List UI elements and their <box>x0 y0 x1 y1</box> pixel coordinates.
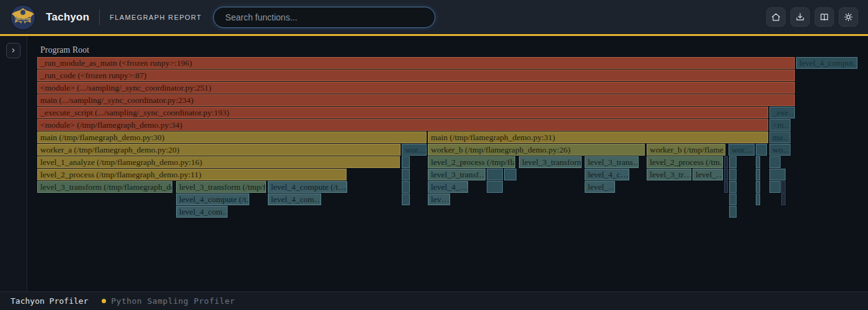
flame-block[interactable] <box>769 181 781 193</box>
flame-block[interactable]: ma… <box>769 131 790 143</box>
flame-block[interactable]: wor… <box>402 144 427 156</box>
flame-block[interactable]: <module> (/tmp/flamegraph_demo.py:34) <box>37 119 768 131</box>
flame-block[interactable] <box>402 169 410 180</box>
flame-block[interactable]: level_2_process (/tmp/fla… <box>428 156 515 168</box>
flame-block[interactable] <box>756 181 760 193</box>
flame-block[interactable] <box>487 169 503 180</box>
flame-block[interactable]: worker_a (/tmp/flamegraph_demo.py:20) <box>37 144 401 156</box>
flame-block[interactable] <box>756 169 760 180</box>
flame-block[interactable]: worker_b (/tmp/flame… <box>647 144 725 156</box>
flame-block[interactable]: level_2_process (/tm… <box>647 156 723 168</box>
flame-block[interactable] <box>729 206 737 218</box>
flame-block[interactable]: level_4_compute (/t… <box>268 181 347 193</box>
flame-block[interactable]: lev… <box>428 193 450 205</box>
flame-block[interactable] <box>402 193 410 205</box>
flame-block[interactable] <box>781 181 786 193</box>
flame-block[interactable]: level_4_c… <box>585 169 629 180</box>
flame-block[interactable]: <module> (.../sampling/_sync_coordinator… <box>37 82 795 94</box>
header-divider <box>99 9 100 25</box>
status-dot-icon <box>102 299 106 303</box>
flame-block[interactable]: wo… <box>769 144 790 156</box>
flame-block[interactable] <box>487 181 503 193</box>
flame-block[interactable]: level_4_compute (/t… <box>176 193 249 205</box>
flame-root-label: Program Root <box>40 45 89 55</box>
brightness-icon <box>843 12 854 22</box>
flame-block[interactable]: level_4_… <box>428 181 468 193</box>
status-description: Python Sampling Profiler <box>111 296 235 306</box>
flame-block[interactable] <box>756 193 760 205</box>
flame-block[interactable]: level_4_com… <box>176 206 228 218</box>
flame-block[interactable]: _execute_script (.../sampling/_sync_coor… <box>37 107 768 118</box>
flame-block[interactable]: level_4_com… <box>268 193 321 205</box>
flame-block[interactable] <box>402 181 410 193</box>
flame-block[interactable]: level_4_comput… <box>796 57 857 69</box>
flame-block[interactable]: level_2_process (/tmp/flamegraph_demo.py… <box>37 169 347 180</box>
home-icon <box>771 12 781 22</box>
app-header: Tachyon Tachyon FLAMEGRAPH REPORT <box>0 0 868 36</box>
flame-block[interactable]: level_3_trans… <box>585 156 639 168</box>
flame-block[interactable]: level_3_transform (/tmp/fl… <box>176 181 266 193</box>
flame-block[interactable]: main (/tmp/flamegraph_demo.py:31) <box>428 131 768 143</box>
flame-block[interactable]: level_3_transform… <box>519 156 582 168</box>
flame-block[interactable] <box>756 144 767 156</box>
report-type-label: FLAMEGRAPH REPORT <box>110 14 202 21</box>
flame-block[interactable]: level_3_tr… <box>647 169 691 180</box>
flame-block[interactable]: level_3_transf… <box>428 169 485 180</box>
flamegraph-canvas[interactable]: Program Root _run_module_as_main (<froze… <box>27 36 868 291</box>
home-button[interactable] <box>766 7 786 27</box>
theme-toggle-button[interactable] <box>839 7 858 27</box>
flame-block[interactable]: main (.../sampling/_sync_coordinator.py:… <box>37 94 795 106</box>
app-logo-icon: Tachyon <box>10 4 36 30</box>
flame-block[interactable]: level_3_transform (/tmp/flamegraph_dem… <box>37 181 172 193</box>
flame-block[interactable]: wor… <box>728 144 755 156</box>
flame-block[interactable] <box>756 156 760 168</box>
flame-block[interactable] <box>781 193 786 205</box>
sidebar: › <box>0 36 27 291</box>
flame-block[interactable]: level_… <box>585 181 615 193</box>
flame-block[interactable]: level_1_analyze (/tmp/flamegraph_demo.py… <box>37 156 400 168</box>
flame-block[interactable] <box>769 156 781 168</box>
flame-block[interactable] <box>769 169 786 180</box>
flame-block[interactable]: main (/tmp/flamegraph_demo.py:30) <box>37 131 427 143</box>
flame-block[interactable] <box>504 169 516 180</box>
docs-button[interactable] <box>815 7 834 27</box>
download-button[interactable] <box>790 7 810 27</box>
flame-block[interactable]: worker_b (/tmp/flamegraph_demo.py:26) <box>428 144 645 156</box>
flame-block[interactable]: <m… <box>769 119 790 131</box>
header-actions <box>766 7 858 27</box>
flame-block[interactable]: _run_module_as_main (<frozen runpy>:196) <box>37 57 795 69</box>
flame-block[interactable] <box>724 181 728 193</box>
book-icon <box>819 12 830 22</box>
flame-block[interactable]: _exe… <box>769 107 795 118</box>
svg-text:Tachyon: Tachyon <box>16 16 31 20</box>
flame-block[interactable]: level_… <box>693 169 723 180</box>
flame-block[interactable] <box>729 193 737 205</box>
main-content: › Program Root _run_module_as_main (<fro… <box>0 36 868 291</box>
status-app-name: Tachyon Profiler <box>11 296 88 306</box>
flame-block[interactable] <box>729 169 737 180</box>
flame-block[interactable] <box>729 181 737 193</box>
flame-block[interactable] <box>729 156 737 168</box>
app-title: Tachyon <box>46 11 89 24</box>
flame-block[interactable] <box>724 156 728 168</box>
status-bar: Tachyon Profiler Python Sampling Profile… <box>0 291 868 310</box>
flame-block[interactable]: _run_code (<frozen runpy>:87) <box>37 69 795 81</box>
download-icon <box>795 12 805 22</box>
search-input[interactable] <box>213 7 435 28</box>
sidebar-expand-button[interactable]: › <box>6 43 20 58</box>
flame-block[interactable] <box>402 156 410 168</box>
flame-block[interactable] <box>724 169 728 180</box>
